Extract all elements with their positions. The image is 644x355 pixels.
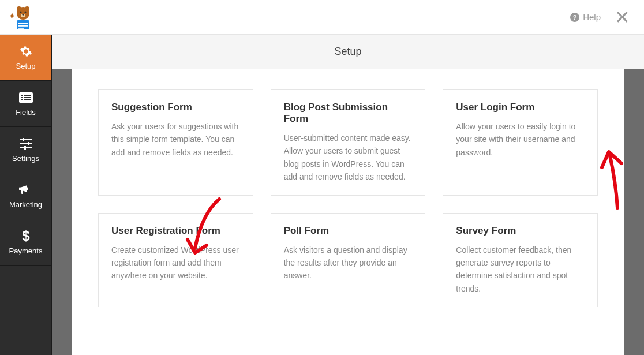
help-icon: ?	[570, 13, 579, 22]
gear-icon	[19, 44, 33, 58]
top-bar: ? Help ✕	[0, 0, 644, 35]
sidebar-item-label: Payments	[9, 246, 43, 255]
template-title: User Login Form	[456, 102, 585, 113]
template-title: Blog Post Submission Form	[284, 102, 413, 125]
svg-rect-17	[24, 99, 31, 100]
svg-point-6	[23, 14, 24, 15]
list-icon	[19, 91, 33, 104]
svg-rect-8	[18, 23, 28, 24]
template-description: Ask your users for suggestions with this…	[111, 120, 240, 159]
sidebar-item-fields[interactable]: Fields	[0, 81, 51, 127]
template-title: User Registration Form	[111, 225, 240, 237]
sliders-icon	[19, 137, 33, 151]
template-card-suggestion[interactable]: Suggestion Form Ask your users for sugge…	[98, 89, 253, 196]
sidebar-item-label: Fields	[16, 108, 36, 117]
content-inner: Suggestion Form Ask your users for sugge…	[72, 69, 624, 355]
svg-rect-21	[28, 142, 29, 145]
svg-text:$: $	[22, 229, 30, 243]
template-description: Collect customer feedback, then generate…	[456, 244, 585, 296]
svg-point-3	[20, 11, 22, 13]
template-card-blog-post[interactable]: Blog Post Submission Form User-submitted…	[271, 89, 426, 196]
template-title: Poll Form	[284, 225, 413, 237]
sidebar-item-label: Setup	[16, 62, 36, 70]
template-description: Allow your users to easily login to your…	[456, 120, 585, 159]
page-title: Setup	[334, 46, 361, 58]
help-link[interactable]: ? Help	[570, 12, 601, 22]
template-title: Suggestion Form	[111, 102, 240, 113]
sidebar-item-marketing[interactable]: Marketing	[0, 173, 51, 219]
sidebar-item-settings[interactable]: Settings	[0, 127, 51, 173]
template-description: User-submitted content made easy. Allow …	[284, 132, 413, 184]
svg-rect-12	[21, 95, 23, 96]
svg-rect-9	[18, 25, 28, 27]
svg-rect-14	[21, 97, 23, 98]
close-button[interactable]: ✕	[612, 8, 632, 27]
svg-rect-13	[24, 95, 31, 96]
template-card-poll[interactable]: Poll Form Ask visitors a question and di…	[271, 213, 426, 308]
svg-rect-16	[21, 99, 23, 100]
svg-rect-20	[20, 143, 32, 144]
sidebar-item-label: Marketing	[9, 200, 42, 209]
svg-rect-10	[18, 28, 24, 29]
dollar-icon: $	[19, 229, 33, 243]
template-card-user-registration[interactable]: User Registration Form Create customized…	[98, 213, 253, 308]
svg-point-2	[25, 6, 29, 11]
template-description: Ask visitors a question and display the …	[284, 244, 413, 282]
svg-rect-25	[21, 190, 23, 194]
svg-rect-19	[23, 138, 24, 141]
svg-rect-15	[24, 97, 31, 98]
sidebar-item-payments[interactable]: $ Payments	[0, 219, 51, 266]
svg-point-4	[25, 11, 27, 13]
main-content: Setup Suggestion Form Ask your users for…	[52, 35, 644, 355]
bullhorn-icon	[19, 183, 33, 197]
sidebar-item-setup[interactable]: Setup	[0, 35, 51, 81]
template-description: Create customized WordPress user registr…	[111, 244, 240, 282]
content-header: Setup	[52, 35, 644, 69]
close-icon: ✕	[615, 7, 630, 28]
sidebar-item-label: Settings	[12, 154, 39, 163]
help-label: Help	[583, 12, 601, 22]
top-bar-actions: ? Help ✕	[570, 8, 632, 27]
svg-rect-18	[20, 139, 32, 140]
svg-point-1	[17, 6, 21, 11]
content-body: Suggestion Form Ask your users for sugge…	[52, 69, 644, 355]
templates-grid: Suggestion Form Ask your users for sugge…	[98, 89, 598, 307]
svg-rect-23	[24, 146, 26, 150]
template-card-user-login[interactable]: User Login Form Allow your users to easi…	[443, 89, 598, 196]
sidebar: Setup Fields	[0, 35, 52, 355]
template-title: Survey Form	[456, 225, 585, 237]
template-card-survey[interactable]: Survey Form Collect customer feedback, t…	[443, 213, 598, 308]
logo	[6, 0, 40, 35]
svg-rect-24	[19, 188, 21, 190]
